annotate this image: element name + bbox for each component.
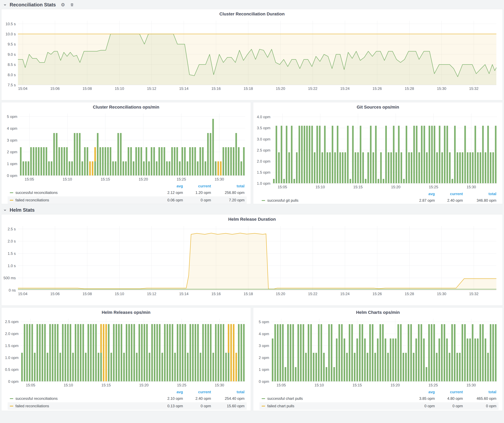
bar-chart[interactable]: 0 opm1 opm2 opm3 opm4 opm5 opm15:0515:10…: [254, 317, 502, 389]
x-axis-tick: 15:15: [95, 383, 117, 387]
y-axis-tick: 1.5 s: [2, 251, 16, 256]
panel-title[interactable]: Helm Charts ops/min: [253, 308, 503, 317]
series-label[interactable]: successful reconciliations: [15, 396, 155, 401]
x-axis-tick: 15:06: [44, 86, 66, 91]
gear-icon[interactable]: ⚙: [61, 2, 65, 7]
bar-chart[interactable]: 0 opm0.5 opm1.0 opm1.5 opm2.0 opm2.5 opm…: [2, 317, 250, 389]
series-current: 0 opm: [435, 404, 463, 408]
y-axis-tick: 2.5 opm: [254, 148, 270, 153]
legend-col-current[interactable]: current: [435, 390, 463, 394]
chevron-down-icon[interactable]: [3, 208, 7, 212]
legend-col-total[interactable]: total: [463, 390, 496, 394]
series-avg: 0.06 opm: [155, 198, 183, 202]
series-total: 465.60 opm: [463, 396, 496, 401]
x-axis-tick: 15:30: [460, 383, 482, 387]
x-axis-tick: 15:15: [346, 383, 368, 387]
x-axis-tick: 15:30: [460, 185, 482, 189]
series-label[interactable]: successful chart pulls: [267, 396, 407, 401]
legend-row: successful chart pulls 3.85 opm 4.80 opm…: [259, 395, 498, 402]
y-axis-tick: 1 opm: [2, 162, 17, 166]
x-axis-tick: 15:05: [20, 383, 42, 387]
x-axis-tick: 15:10: [108, 292, 130, 296]
legend-col-current[interactable]: current: [183, 390, 211, 394]
x-axis-tick: 15:10: [56, 177, 78, 182]
time-series-chart[interactable]: 7.5 s8.0 s8.5 s9.0 s9.5 s10.0 s10.5 s15:…: [2, 18, 502, 93]
y-axis-tick: 4 opm: [2, 126, 17, 131]
y-axis-tick: 2 opm: [254, 356, 269, 360]
legend-col-avg[interactable]: avg: [155, 184, 183, 188]
y-axis-tick: 1.5 opm: [2, 344, 18, 348]
series-total: 254.40 opm: [211, 396, 245, 401]
chevron-down-icon[interactable]: [3, 3, 7, 7]
panel-title[interactable]: Helm Releases ops/min: [1, 308, 251, 317]
legend: avg current total successful git pulls 2…: [253, 191, 503, 204]
series-current: 4.80 opm: [435, 396, 463, 401]
panel-helm-release-duration: Helm Release Duration 0 ns500 ms1.0 s1.5…: [1, 214, 503, 306]
legend-col-avg[interactable]: avg: [407, 390, 435, 394]
section-header-helm-stats[interactable]: Helm Stats: [1, 206, 503, 214]
series-swatch: [10, 192, 13, 193]
trash-icon[interactable]: [70, 3, 74, 7]
series-label[interactable]: failed reconciliations: [15, 198, 155, 202]
panel-title[interactable]: Cluster Reconciliations ops/min: [1, 102, 251, 111]
legend-row: successful git pulls 2.87 opm 2.40 opm 3…: [259, 197, 498, 204]
x-axis-tick: 15:30: [431, 86, 453, 91]
y-axis-tick: 0.5 opm: [2, 367, 18, 372]
x-axis-tick: 15:25: [422, 383, 444, 387]
x-axis-tick: 15:30: [431, 292, 453, 296]
series-current: 0 opm: [183, 198, 211, 202]
series-swatch: [262, 398, 265, 399]
section-header-reconciliation-stats[interactable]: Reconciliation Stats ⚙: [1, 1, 503, 9]
y-axis-tick: 5 opm: [2, 114, 17, 119]
y-axis-tick: 9.0 s: [2, 52, 16, 57]
series-current: 0 opm: [183, 404, 211, 408]
series-current: 2.40 opm: [435, 198, 463, 203]
series-label[interactable]: failed chart pulls: [267, 404, 407, 408]
legend-col-total[interactable]: total: [211, 390, 245, 394]
x-axis-tick: 15:32: [463, 292, 485, 296]
series-label[interactable]: failed reconciliations: [15, 404, 155, 408]
x-axis-tick: 15:05: [270, 383, 292, 387]
panel-cluster-reconciliation-duration: Cluster Reconciliation Duration 7.5 s8.0…: [1, 9, 503, 100]
panel-helm-releases: Helm Releases ops/min 0 opm0.5 opm1.0 op…: [1, 307, 251, 411]
legend-col-current[interactable]: current: [183, 184, 211, 188]
legend-col-total[interactable]: total: [463, 192, 496, 196]
x-axis-tick: 15:30: [208, 177, 230, 182]
x-axis-tick: 15:10: [57, 383, 79, 387]
panel-title[interactable]: Cluster Reconciliation Duration: [1, 9, 503, 18]
series-label[interactable]: successful reconciliations: [15, 190, 155, 195]
legend: avg current total successful chart pulls…: [253, 389, 503, 410]
bar-chart[interactable]: 1.0 opm1.5 opm2.0 opm2.5 opm3.0 opm3.5 o…: [254, 111, 502, 191]
x-axis-tick: 15:10: [308, 383, 330, 387]
bar-chart[interactable]: 0 opm1 opm2 opm3 opm4 opm5 opm15:0515:10…: [2, 111, 250, 183]
panel-title[interactable]: Git Sources ops/min: [253, 102, 503, 111]
series-swatch: [10, 406, 13, 406]
series-avg: 0.13 opm: [155, 404, 183, 408]
x-axis-tick: 15:14: [173, 292, 195, 296]
legend-col-current[interactable]: current: [435, 192, 463, 196]
section-title[interactable]: Helm Stats: [10, 207, 35, 213]
x-axis-tick: 15:20: [270, 86, 291, 91]
legend-col-total[interactable]: total: [211, 184, 245, 188]
y-axis-tick: 3.5 opm: [254, 126, 270, 130]
series-label[interactable]: successful git pulls: [267, 198, 407, 203]
y-axis-tick: 2.0 opm: [2, 332, 18, 336]
panel-title[interactable]: Helm Release Duration: [1, 214, 503, 223]
y-axis-tick: 3 opm: [254, 344, 269, 348]
x-axis-tick: 15:10: [309, 185, 331, 189]
legend-col-avg[interactable]: avg: [155, 390, 183, 394]
y-axis-tick: 500 ms: [2, 276, 16, 280]
series-avg: 2.10 opm: [155, 396, 183, 401]
y-axis-tick: 0 opm: [2, 379, 18, 384]
x-axis-tick: 15:24: [334, 292, 356, 296]
section-title[interactable]: Reconciliation Stats: [10, 2, 56, 8]
y-axis-tick: 1.0 s: [2, 264, 16, 268]
y-axis-tick: 2.0 opm: [254, 159, 270, 164]
x-axis-tick: 15:26: [366, 86, 388, 91]
time-series-chart[interactable]: 0 ns500 ms1.0 s1.5 s2.0 s2.5 s15:0415:06…: [2, 223, 502, 298]
series-swatch: [262, 406, 265, 406]
legend-col-avg[interactable]: avg: [407, 192, 435, 196]
series-swatch: [10, 200, 13, 201]
panel-helm-charts: Helm Charts ops/min 0 opm1 opm2 opm3 opm…: [253, 307, 503, 411]
y-axis-tick: 10.5 s: [2, 22, 16, 26]
